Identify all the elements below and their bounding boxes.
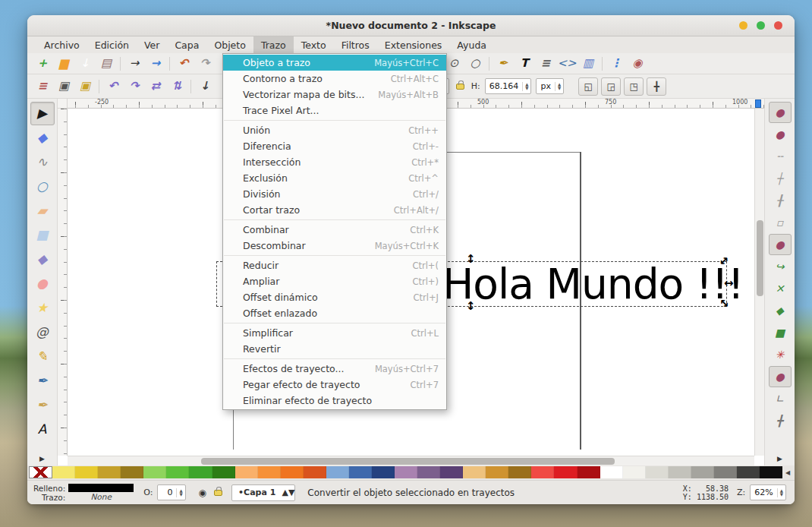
menubar-item[interactable]: Ayuda — [449, 36, 494, 53]
window-maximize-button[interactable] — [757, 21, 765, 30]
palette-swatch[interactable] — [258, 466, 281, 478]
toolbox-overflow-arrow[interactable]: ▶ — [39, 455, 45, 462]
efectos-de-trayecto[interactable]: Efectos de trayecto... Mayús+Ctrl+7 — [223, 361, 446, 377]
palette-swatch[interactable] — [29, 466, 52, 478]
print-icon[interactable]: ▤ — [96, 55, 117, 73]
rotate-ccw-icon[interactable]: ↶ — [102, 77, 124, 96]
snapbar-overflow-arrow[interactable]: ▶ — [777, 455, 782, 462]
palette-swatch[interactable] — [623, 466, 646, 478]
offset-dinamico[interactable]: Offset dinámico Ctrl+J — [223, 289, 446, 305]
menu-item[interactable] — [224, 358, 445, 359]
palette-swatch[interactable] — [326, 466, 349, 478]
calligraphy-tool[interactable]: ✒ — [30, 393, 55, 417]
text-dialog-icon[interactable]: T — [514, 55, 535, 73]
move-pattern-snap-icon[interactable]: ╋ — [647, 77, 666, 96]
palette-swatch[interactable] — [349, 466, 372, 478]
snap-midpoints[interactable]: ✳ — [769, 344, 792, 365]
snap-bbox-edges[interactable]: ╌ — [769, 146, 792, 167]
rotate-cw-icon[interactable]: ↷ — [124, 77, 145, 96]
align-dialog-icon[interactable]: ▥ — [578, 55, 599, 73]
palette-swatch[interactable] — [52, 466, 75, 478]
palette-swatch[interactable] — [395, 466, 417, 478]
palette-swatch[interactable] — [189, 466, 212, 478]
palette-swatch[interactable] — [600, 466, 623, 478]
edit-bbox-snap-icon[interactable]: ◳ — [624, 77, 644, 96]
palette-swatch[interactable] — [486, 466, 508, 478]
snap-smooth-nodes[interactable]: ■ — [769, 322, 792, 343]
menu-item[interactable] — [224, 323, 445, 323]
tool-option-button[interactable] — [96, 77, 102, 96]
rectangle-tool[interactable]: ■ — [30, 223, 55, 247]
union[interactable]: Unión Ctrl++ — [223, 122, 446, 138]
import-icon[interactable]: → — [124, 55, 145, 73]
menu-item[interactable] — [224, 219, 445, 220]
flip-horizontal-icon[interactable]: ⇄ — [145, 77, 166, 96]
star-tool[interactable]: ★ — [30, 296, 55, 320]
snap-grid-guides[interactable]: ╋ — [769, 410, 792, 431]
vertical-scrollbar[interactable] — [754, 109, 764, 456]
xml-editor-icon[interactable]: <> — [556, 55, 578, 73]
ampliar[interactable]: Ampliar Ctrl+) — [223, 273, 446, 289]
palette-swatch[interactable] — [463, 466, 486, 478]
contorno-a-trazo[interactable]: Contorno a trazo Ctrl+Alt+C — [223, 71, 446, 87]
menubar-item[interactable]: Archivo — [36, 36, 87, 53]
tweak-tool[interactable]: ∿ — [30, 150, 55, 174]
menubar-item[interactable]: Objeto — [206, 36, 253, 53]
selector-tool[interactable]: ▶ — [30, 102, 55, 125]
spiral-tool[interactable]: @ — [30, 320, 55, 344]
palette-swatch[interactable] — [691, 466, 714, 478]
lower-to-bottom-icon[interactable]: ↓ — [194, 77, 216, 96]
new-document-icon[interactable]: + — [32, 55, 53, 73]
vectorizar-mapa-de-bits[interactable]: Vectorizar mapa de bits... Mayús+Alt+B — [223, 87, 446, 103]
move-bbox-snap-icon[interactable]: ◱ — [578, 77, 598, 96]
menubar-item[interactable]: Extensiones — [377, 36, 450, 53]
zoom-tool[interactable]: ○ — [30, 175, 55, 198]
simplificar[interactable]: Simplificar Ctrl+L — [223, 325, 446, 341]
transform-bbox-snap-icon[interactable]: ◲ — [601, 77, 621, 96]
diferencia[interactable]: Diferencia Ctrl+- — [223, 138, 446, 154]
opacity-field[interactable]: 0 ▲▼ — [157, 484, 185, 500]
layer-visibility-icon[interactable]: ◉ — [199, 488, 206, 498]
palette-scroll-arrow[interactable]: ◀ — [782, 466, 793, 478]
zoom-field[interactable]: 62% ▲▼ — [750, 484, 786, 500]
snap-path-intersections[interactable]: ✕ — [769, 278, 792, 299]
text-tool[interactable]: A — [30, 418, 55, 441]
palette-swatch[interactable] — [372, 466, 395, 478]
palette-swatch[interactable] — [531, 466, 554, 478]
node-editor-tool[interactable]: ◆ — [30, 126, 55, 150]
titlebar[interactable]: *Nuevo documento 2 - Inkscape — [27, 15, 795, 36]
palette-swatch[interactable] — [121, 466, 143, 478]
toolbar-button[interactable] — [486, 55, 493, 73]
snap-cusp-nodes[interactable]: ◆ — [769, 300, 792, 321]
palette-swatch[interactable] — [714, 466, 737, 478]
unit-select-arrows[interactable]: ▲▼ — [555, 82, 563, 91]
window-minimize-button[interactable] — [739, 21, 747, 30]
text-object[interactable]: Hola Mundo !!! — [442, 260, 744, 308]
horizontal-scrollbar[interactable] — [68, 456, 754, 465]
lock-ratio-icon[interactable] — [456, 84, 464, 90]
menubar-item[interactable]: Texto — [294, 36, 334, 53]
snap-bbox-corners[interactable]: ┼ — [769, 168, 792, 189]
interseccion[interactable]: Intersección Ctrl+* — [223, 154, 446, 170]
height-spinner[interactable]: ▲▼ — [522, 82, 530, 91]
save-icon[interactable]: ↓ — [74, 55, 96, 73]
measure-tool[interactable]: ▰ — [30, 199, 55, 222]
preferences-icon[interactable]: ◉ — [627, 55, 648, 73]
pencil-tool[interactable]: ✎ — [30, 345, 55, 368]
snap-bbox[interactable]: ● — [769, 124, 792, 145]
combinar[interactable]: Combinar Ctrl+K — [223, 222, 446, 238]
snap-bbox-edge-midpoints[interactable]: ╂ — [769, 190, 792, 211]
ellipse-tool[interactable]: ● — [30, 272, 55, 295]
bezier-tool[interactable]: ✒ — [30, 369, 55, 393]
scale-handle-top[interactable]: ↕ — [466, 254, 476, 265]
revertir[interactable]: Revertir — [223, 341, 446, 357]
palette-swatch[interactable] — [143, 466, 166, 478]
horizontal-scrollbar-thumb[interactable] — [201, 458, 615, 465]
toolbar-button[interactable] — [117, 55, 124, 73]
menubar-item[interactable]: Trazo — [253, 36, 294, 53]
palette-swatch[interactable] — [760, 466, 782, 478]
height-field[interactable]: 68.164 ▲▼ — [485, 78, 532, 94]
snap-bbox-centers[interactable]: ▫ — [769, 212, 792, 233]
vertical-ruler[interactable] — [58, 109, 68, 456]
layers-dialog-icon[interactable]: ≡ — [535, 55, 556, 73]
